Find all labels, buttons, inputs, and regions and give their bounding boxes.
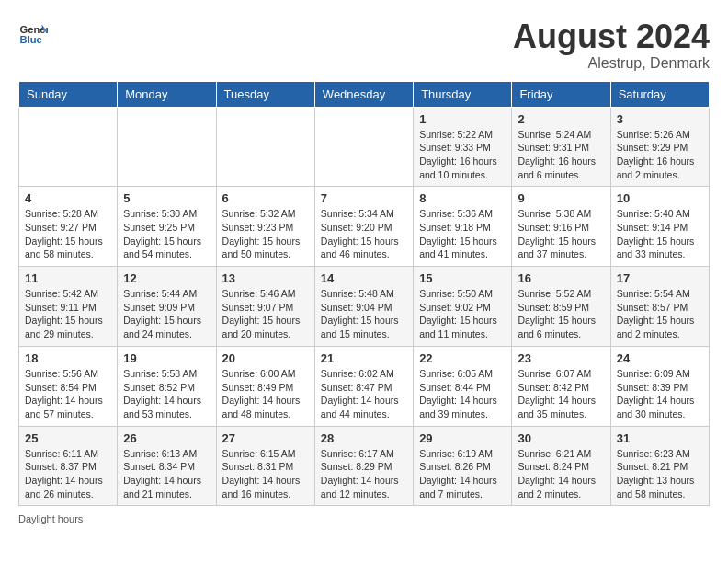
location: Alestrup, Denmark xyxy=(513,55,710,72)
day-number: 27 xyxy=(222,431,309,445)
day-info: Sunrise: 6:15 AMSunset: 8:31 PMDaylight:… xyxy=(222,447,309,501)
calendar-table: Sunday Monday Tuesday Wednesday Thursday… xyxy=(18,81,710,507)
calendar-cell: 9Sunrise: 5:38 AMSunset: 9:16 PMDaylight… xyxy=(512,187,610,267)
day-number: 31 xyxy=(617,431,703,445)
day-number: 19 xyxy=(123,351,210,365)
calendar-cell: 20Sunrise: 6:00 AMSunset: 8:49 PMDayligh… xyxy=(216,346,314,426)
calendar-week-5: 25Sunrise: 6:11 AMSunset: 8:37 PMDayligh… xyxy=(19,426,710,506)
day-info: Sunrise: 5:26 AMSunset: 9:29 PMDaylight:… xyxy=(617,128,703,182)
day-number: 8 xyxy=(419,191,506,205)
svg-text:Blue: Blue xyxy=(20,34,42,45)
calendar-cell: 21Sunrise: 6:02 AMSunset: 8:47 PMDayligh… xyxy=(314,346,413,426)
calendar-cell: 3Sunrise: 5:26 AMSunset: 9:29 PMDaylight… xyxy=(610,107,709,187)
logo-icon: General Blue xyxy=(18,18,48,48)
header-thursday: Thursday xyxy=(414,81,512,107)
calendar-cell: 25Sunrise: 6:11 AMSunset: 8:37 PMDayligh… xyxy=(19,426,118,506)
header-monday: Monday xyxy=(118,81,216,107)
calendar-cell: 13Sunrise: 5:46 AMSunset: 9:07 PMDayligh… xyxy=(216,267,314,347)
month-year: August 2024 xyxy=(513,18,710,55)
calendar-header-row: Sunday Monday Tuesday Wednesday Thursday… xyxy=(19,81,710,107)
day-number: 22 xyxy=(419,351,506,365)
day-info: Sunrise: 5:54 AMSunset: 8:57 PMDaylight:… xyxy=(617,287,703,341)
day-number: 23 xyxy=(518,351,604,365)
day-info: Sunrise: 5:44 AMSunset: 9:09 PMDaylight:… xyxy=(123,287,210,341)
day-number: 18 xyxy=(25,351,111,365)
calendar-cell: 17Sunrise: 5:54 AMSunset: 8:57 PMDayligh… xyxy=(610,267,709,347)
calendar-cell: 5Sunrise: 5:30 AMSunset: 9:25 PMDaylight… xyxy=(118,187,216,267)
calendar-cell: 28Sunrise: 6:17 AMSunset: 8:29 PMDayligh… xyxy=(314,426,413,506)
calendar-cell xyxy=(19,107,118,187)
day-info: Sunrise: 6:02 AMSunset: 8:47 PMDaylight:… xyxy=(321,367,407,421)
day-info: Sunrise: 6:09 AMSunset: 8:39 PMDaylight:… xyxy=(617,367,703,421)
calendar-cell: 12Sunrise: 5:44 AMSunset: 9:09 PMDayligh… xyxy=(118,267,216,347)
day-info: Sunrise: 5:24 AMSunset: 9:31 PMDaylight:… xyxy=(518,128,604,182)
calendar-cell xyxy=(118,107,216,187)
day-number: 25 xyxy=(25,431,111,445)
calendar-cell: 24Sunrise: 6:09 AMSunset: 8:39 PMDayligh… xyxy=(610,346,709,426)
day-info: Sunrise: 6:19 AMSunset: 8:26 PMDaylight:… xyxy=(419,447,506,501)
day-info: Sunrise: 6:17 AMSunset: 8:29 PMDaylight:… xyxy=(321,447,407,501)
day-number: 13 xyxy=(222,271,309,285)
page-header: General Blue August 2024 Alestrup, Denma… xyxy=(18,18,710,72)
footer-note: Daylight hours xyxy=(18,513,710,524)
logo: General Blue xyxy=(18,18,48,48)
day-info: Sunrise: 5:58 AMSunset: 8:52 PMDaylight:… xyxy=(123,367,210,421)
day-info: Sunrise: 6:11 AMSunset: 8:37 PMDaylight:… xyxy=(25,447,111,501)
day-number: 6 xyxy=(222,191,309,205)
day-number: 12 xyxy=(123,271,210,285)
calendar-cell: 1Sunrise: 5:22 AMSunset: 9:33 PMDaylight… xyxy=(414,107,512,187)
day-number: 15 xyxy=(419,271,506,285)
calendar-cell: 6Sunrise: 5:32 AMSunset: 9:23 PMDaylight… xyxy=(216,187,314,267)
day-number: 4 xyxy=(25,191,111,205)
calendar-cell: 14Sunrise: 5:48 AMSunset: 9:04 PMDayligh… xyxy=(314,267,413,347)
day-number: 21 xyxy=(321,351,407,365)
day-info: Sunrise: 6:23 AMSunset: 8:21 PMDaylight:… xyxy=(617,447,703,501)
day-number: 11 xyxy=(25,271,111,285)
calendar-week-3: 11Sunrise: 5:42 AMSunset: 9:11 PMDayligh… xyxy=(19,267,710,347)
calendar-cell: 8Sunrise: 5:36 AMSunset: 9:18 PMDaylight… xyxy=(414,187,512,267)
day-number: 16 xyxy=(518,271,604,285)
day-number: 30 xyxy=(518,431,604,445)
calendar-cell: 27Sunrise: 6:15 AMSunset: 8:31 PMDayligh… xyxy=(216,426,314,506)
calendar-cell: 2Sunrise: 5:24 AMSunset: 9:31 PMDaylight… xyxy=(512,107,610,187)
day-number: 17 xyxy=(617,271,703,285)
day-number: 2 xyxy=(518,112,604,126)
calendar-cell: 26Sunrise: 6:13 AMSunset: 8:34 PMDayligh… xyxy=(118,426,216,506)
calendar-cell: 30Sunrise: 6:21 AMSunset: 8:24 PMDayligh… xyxy=(512,426,610,506)
calendar-cell: 7Sunrise: 5:34 AMSunset: 9:20 PMDaylight… xyxy=(314,187,413,267)
calendar-cell: 15Sunrise: 5:50 AMSunset: 9:02 PMDayligh… xyxy=(414,267,512,347)
header-tuesday: Tuesday xyxy=(216,81,314,107)
calendar-cell: 4Sunrise: 5:28 AMSunset: 9:27 PMDaylight… xyxy=(19,187,118,267)
day-info: Sunrise: 5:52 AMSunset: 8:59 PMDaylight:… xyxy=(518,287,604,341)
calendar-cell: 16Sunrise: 5:52 AMSunset: 8:59 PMDayligh… xyxy=(512,267,610,347)
day-info: Sunrise: 6:21 AMSunset: 8:24 PMDaylight:… xyxy=(518,447,604,501)
day-info: Sunrise: 5:38 AMSunset: 9:16 PMDaylight:… xyxy=(518,207,604,261)
day-info: Sunrise: 6:00 AMSunset: 8:49 PMDaylight:… xyxy=(222,367,309,421)
calendar-week-4: 18Sunrise: 5:56 AMSunset: 8:54 PMDayligh… xyxy=(19,346,710,426)
day-info: Sunrise: 5:28 AMSunset: 9:27 PMDaylight:… xyxy=(25,207,111,261)
calendar-cell xyxy=(314,107,413,187)
day-number: 10 xyxy=(617,191,703,205)
day-info: Sunrise: 5:50 AMSunset: 9:02 PMDaylight:… xyxy=(419,287,506,341)
calendar-week-2: 4Sunrise: 5:28 AMSunset: 9:27 PMDaylight… xyxy=(19,187,710,267)
day-info: Sunrise: 5:48 AMSunset: 9:04 PMDaylight:… xyxy=(321,287,407,341)
day-number: 1 xyxy=(419,112,506,126)
day-number: 7 xyxy=(321,191,407,205)
day-number: 9 xyxy=(518,191,604,205)
calendar-week-1: 1Sunrise: 5:22 AMSunset: 9:33 PMDaylight… xyxy=(19,107,710,187)
day-info: Sunrise: 5:46 AMSunset: 9:07 PMDaylight:… xyxy=(222,287,309,341)
day-info: Sunrise: 5:22 AMSunset: 9:33 PMDaylight:… xyxy=(419,128,506,182)
header-wednesday: Wednesday xyxy=(314,81,413,107)
day-number: 5 xyxy=(123,191,210,205)
day-info: Sunrise: 5:40 AMSunset: 9:14 PMDaylight:… xyxy=(617,207,703,261)
day-number: 26 xyxy=(123,431,210,445)
header-sunday: Sunday xyxy=(19,81,118,107)
calendar-cell: 18Sunrise: 5:56 AMSunset: 8:54 PMDayligh… xyxy=(19,346,118,426)
header-saturday: Saturday xyxy=(610,81,709,107)
day-info: Sunrise: 6:05 AMSunset: 8:44 PMDaylight:… xyxy=(419,367,506,421)
day-number: 29 xyxy=(419,431,506,445)
day-number: 24 xyxy=(617,351,703,365)
calendar-cell: 19Sunrise: 5:58 AMSunset: 8:52 PMDayligh… xyxy=(118,346,216,426)
calendar-cell: 29Sunrise: 6:19 AMSunset: 8:26 PMDayligh… xyxy=(414,426,512,506)
day-info: Sunrise: 6:07 AMSunset: 8:42 PMDaylight:… xyxy=(518,367,604,421)
